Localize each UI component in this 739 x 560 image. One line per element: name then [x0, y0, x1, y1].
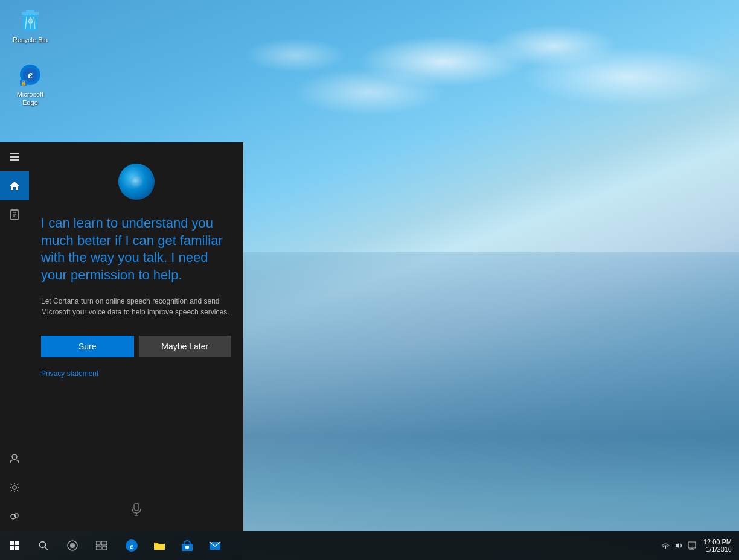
edge-desktop-label: Microsoft Edge [8, 89, 52, 108]
desktop: ♻ Recycle Bin e 🔒 Microsoft Edge [0, 0, 739, 560]
taskbar-cortana-button[interactable] [58, 531, 87, 560]
sure-button[interactable]: Sure [41, 336, 134, 357]
start-sidebar [0, 142, 29, 531]
person-icon [9, 453, 20, 464]
microsoft-edge-desktop-icon[interactable]: e 🔒 Microsoft Edge [6, 60, 54, 110]
feedback-icon [9, 511, 20, 522]
cortana-taskbar-icon [67, 540, 78, 551]
sidebar-bottom-icons [0, 444, 29, 531]
svg-rect-29 [96, 546, 101, 550]
windows-logo-icon [10, 541, 19, 550]
search-icon [39, 541, 48, 550]
edge-desktop-image: e 🔒 [18, 63, 42, 87]
task-view-icon [96, 541, 107, 550]
sidebar-feedback[interactable] [0, 502, 29, 531]
taskbar-search-button[interactable] [29, 531, 58, 560]
svg-rect-1 [26, 10, 34, 13]
store-taskbar-icon [181, 539, 194, 552]
svg-text:♻: ♻ [27, 17, 34, 25]
system-tray: 12:00 PM 1/1/2016 [661, 538, 739, 553]
svg-point-17 [13, 486, 16, 489]
microphone-icon [132, 503, 141, 516]
taskbar-explorer-app[interactable] [146, 532, 173, 559]
svg-text:e: e [130, 541, 133, 550]
taskbar-edge-app[interactable]: e [118, 532, 145, 559]
cortana-circle [118, 164, 155, 200]
svg-text:🔒: 🔒 [21, 80, 27, 86]
recycle-bin-image: ♻ [18, 8, 42, 33]
taskbar-mail-app[interactable] [202, 532, 228, 559]
sidebar-person[interactable] [0, 444, 29, 473]
svg-rect-34 [185, 546, 189, 549]
network-icon [661, 541, 670, 550]
cortana-logo [115, 161, 158, 203]
recycle-bin-icon[interactable]: ♻ Recycle Bin [6, 6, 54, 47]
svg-rect-12 [11, 210, 18, 220]
cortana-description: Let Cortana turn on online speech recogn… [41, 296, 231, 317]
hamburger-icon [10, 153, 19, 161]
action-center-icon [688, 541, 696, 550]
cortana-panel: I can learn to understand you much bette… [29, 142, 243, 531]
cortana-action-buttons: Sure Maybe Later [41, 336, 231, 357]
recycle-bin-label: Recycle Bin [11, 35, 50, 45]
taskbar-store-app[interactable] [174, 532, 200, 559]
explorer-taskbar-icon [153, 539, 166, 552]
taskbar-pinned-apps: e [116, 532, 661, 559]
sidebar-home[interactable] [0, 171, 29, 200]
clock-time: 12:00 PM [703, 538, 732, 546]
privacy-statement-link[interactable]: Privacy statement [41, 369, 98, 378]
start-button[interactable] [0, 531, 29, 560]
svg-rect-20 [134, 503, 139, 511]
clock-date: 1/1/2016 [703, 546, 732, 553]
svg-line-24 [45, 547, 48, 550]
cortana-title: I can learn to understand you much bette… [41, 215, 231, 284]
svg-point-23 [40, 542, 46, 548]
cortana-mic-icon[interactable] [132, 503, 141, 519]
taskbar-task-view-button[interactable] [87, 531, 116, 560]
volume-icon [674, 541, 683, 550]
notebook-icon [9, 209, 20, 220]
sidebar-hamburger[interactable] [0, 142, 29, 171]
sidebar-settings[interactable] [0, 473, 29, 502]
taskbar: e [0, 531, 739, 560]
settings-icon [9, 482, 20, 493]
svg-rect-36 [688, 542, 696, 548]
mail-taskbar-icon [208, 539, 222, 552]
svg-rect-27 [96, 541, 100, 545]
home-icon [9, 180, 20, 191]
svg-rect-28 [101, 541, 107, 545]
tray-icons-area [661, 541, 696, 550]
svg-point-16 [12, 454, 17, 459]
svg-text:e: e [28, 69, 33, 81]
edge-taskbar-icon: e [125, 539, 138, 552]
svg-rect-30 [103, 546, 107, 550]
system-clock[interactable]: 12:00 PM 1/1/2016 [703, 538, 732, 553]
sidebar-notebook[interactable] [0, 200, 29, 229]
svg-point-26 [70, 543, 75, 548]
maybe-later-button[interactable]: Maybe Later [139, 336, 232, 357]
